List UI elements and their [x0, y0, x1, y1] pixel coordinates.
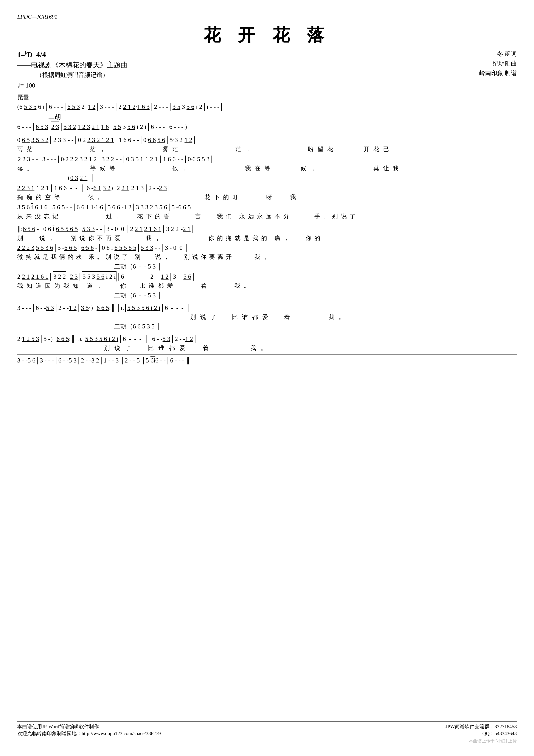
footer-left-1: 本曲谱使用JP-Word简谱编辑软件制作 [17, 723, 99, 730]
music-line-11: 3 - - -│6 - -5 3│2 - -1 2│3 5·）6 6 5:║ 1… [17, 303, 517, 313]
lyrics-line-11: 别说了 比谁都爱 着 我。 [17, 313, 517, 322]
arranger: 岭南印象 制谱 [479, 68, 517, 78]
lyrics-line-5: 落。 等候等 候， 我在等 候， 莫让我 [17, 164, 517, 173]
lyrics-line-9: 微笑就是我俩的欢 乐。别说了 别 说， 别说你要离开 我， [17, 253, 517, 262]
title-row: 花 开 花 落 [17, 23, 517, 47]
top-info: 1=♭D 4/4 ——电视剧《木棉花的春天》主题曲 （根据周虹演唱音频记谱） ♩… [17, 49, 517, 91]
music-line-4: 0·6 5 3 5 3 2│2 3 3 - -│0·2 2 3 2 1 2 1│… [17, 135, 517, 145]
main-title: 花 开 花 落 [17, 23, 517, 47]
music-line-13: 3 - -5 6│3 - - -│6 - -5 3│2 - -3 2│1 - -… [17, 356, 517, 365]
music-content: 琵琶 (6 5 3 5 6 i│6 - - -│6 5 3 2 1 2│3 - … [17, 93, 517, 365]
music-line-7: 3 5 6 i 6 1 6│5 6 5 - -│6 6 1 1·1·6│5 6 … [17, 202, 517, 212]
composer: 纪明阳曲 [479, 59, 517, 68]
music-line-3: 6 - - -│6 5 3 2·3│5 3 2 1 2 3 2 1 1 6│5 … [17, 122, 517, 132]
divider-3 [17, 302, 517, 302]
footer-row-1: 本曲谱使用JP-Word简谱编辑软件制作 JPW简谱软件交流群：33271845… [17, 723, 517, 730]
footer-row-2: 欢迎光临岭南印象制谱园地：http://www.qupu123.com/spac… [17, 730, 517, 737]
subtitle: ——电视剧《木棉花的春天》主题曲 [17, 60, 127, 70]
right-info: 冬 函词 纪明阳曲 岭南印象 制谱 [479, 49, 517, 78]
tempo: ♩= 100 [17, 81, 127, 90]
footer-right-1: JPW简谱软件交流群：332718458 [445, 723, 517, 730]
page: LPDC—JCR1691 花 开 花 落 1=♭D 4/4 ——电视剧《木棉花的… [17, 13, 517, 746]
music-line-6a: （0 3 2 1 │ [17, 173, 517, 183]
divider-2 [17, 223, 517, 223]
music-line-11a: 二胡（6 - - 5 3 │ [17, 290, 517, 300]
header-id: LPDC—JCR1691 [17, 13, 517, 21]
key-signature: 1=♭D 4/4 [17, 49, 127, 60]
music-line-5: 2 2 3 - -│3 - - -│0·2 2 2 3 2 1 2│3 2 2 … [17, 154, 517, 164]
instrument-label: 琵琶 [17, 93, 517, 101]
watermark: 本曲谱上传于 [小虹] 上传 [469, 738, 517, 744]
divider-4 [17, 333, 517, 333]
lyrics-line-12: 别说了 比谁都爱 着 我。 [17, 344, 517, 353]
lyricist: 冬 函词 [479, 49, 517, 59]
footer-right-2: QQ：543343643 [482, 730, 517, 737]
lyrics-line-6: 痴痴的空等 候。 花下的叮 呀 我 [17, 193, 517, 202]
lyrics-line-8: 别 说， 别说你不再爱 我， 你的痛就是我的 痛， 你的 [17, 234, 517, 243]
lyrics-line-7: 从来没忘记 过， 花下的誓 言 我们 永远永远不分 手。别说了 [17, 212, 517, 221]
music-line-6: 2 2 3 1 1 2 1│1 6 6 - - │ 6 -6 1 3 2）2 2… [17, 183, 517, 193]
music-line-12a: 二胡（6 6 5 3 5 │ [17, 322, 517, 331]
footer: 本曲谱使用JP-Word简谱编辑软件制作 JPW简谱软件交流群：33271845… [17, 721, 517, 737]
music-line-12: 2·1 2 5 3│5 -）6 6 5:║ 3. 5 5 3 5 6 i 2 i… [17, 334, 517, 344]
music-line-8: ‖:6·5 6 -│0 6 i 6 5 5 6 5│5 3 3 - -│3 - … [17, 224, 517, 234]
footer-left-2: 欢迎光临岭南印象制谱园地：http://www.qupu123.com/spac… [17, 730, 161, 737]
music-line-intro: (6 5 3 5 6 i│6 - - -│6 5 3 2 1 2│3 - - -… [17, 102, 517, 112]
music-line-9: 2 2 2 3 5 5 3 6│5 -6 6 5│6·5 6 -│0 6 i 6… [17, 243, 517, 253]
lyrics-line-4: 雨茫 茫， 雾茫 茫， 盼望花 开花已 [17, 145, 517, 154]
key-tempo: 1=♭D 4/4 ——电视剧《木棉花的春天》主题曲 （根据周虹演唱音频记谱） ♩… [17, 49, 127, 91]
lyrics-line-10: 我知道因为我知 道， 你 比谁都爱 着 我。 [17, 282, 517, 290]
music-line-2: 二胡 [17, 112, 517, 122]
music-line-10a: 二胡（6 - - 5 3 │ [17, 262, 517, 271]
subtitle2: （根据周虹演唱音频记谱） [17, 71, 127, 79]
music-line-10: 2 2 1 2 1 6 1│3 2 2 -2 3│5 5 3 5 6 i 2 i… [17, 271, 517, 282]
